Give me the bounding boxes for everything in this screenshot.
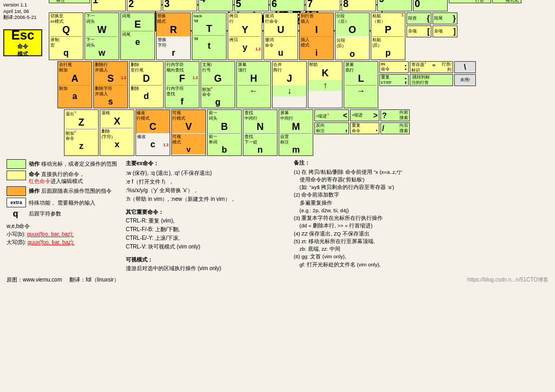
key-question[interactable]: ? 向前搜索 <box>380 109 410 121</box>
key-T-top: back'till <box>193 14 225 23</box>
key-U-main: U <box>265 24 296 36</box>
indent-label: >缩进 <box>352 113 363 118</box>
repeat-sym: . <box>376 124 378 133</box>
key-V-block: 可视行模式 V <box>172 110 205 133</box>
key-p-top: 粘贴(后) <box>372 37 404 48</box>
key-E[interactable]: 词尾 E 词尾 e <box>120 12 155 60</box>
key-F[interactable]: 行内字符顺向查找 F 行内字符查找 f 1.3 <box>165 61 199 109</box>
ex-item-3: :%s/x/y/g（'y' 全局替换 'x'）， <box>126 186 288 195</box>
key-C[interactable]: 修改行模式 C 修改 c 1.3 <box>135 109 170 156</box>
key-J[interactable]: 合并两行 J ↓ <box>272 61 307 109</box>
key-O[interactable]: 分段（后） O 分段(后) o <box>335 12 370 60</box>
colon-sup: ex <box>381 62 384 65</box>
key-K-main: K <box>309 68 341 79</box>
key-T[interactable]: back'till T 'till t <box>192 12 227 60</box>
question-label: 向前搜索 <box>399 110 408 121</box>
key-backslash-bot[interactable]: 未用! <box>454 74 476 86</box>
key-V[interactable]: 可视行模式 V 可视模式 v <box>171 109 206 156</box>
key-N[interactable]: 查找中间行 N 查找下一处 n <box>243 109 278 156</box>
key-brace-open[interactable]: 段首 { <box>406 12 431 24</box>
equals-symbol: = <box>495 0 500 2</box>
legend-q-box: q· <box>7 209 26 219</box>
key-H[interactable]: 屏幕顶行 H ← <box>236 61 271 109</box>
key-j-main: ↓ <box>273 86 306 96</box>
key-D[interactable]: 删除至行尾 D 删除 d <box>129 61 164 109</box>
key-k-block: ↑ <box>308 80 342 91</box>
wbe-big-b-example: quux(foo, bar, baz); <box>28 239 74 245</box>
key-9[interactable]: 句首 ( 9 <box>377 0 412 11</box>
key-v-block: 可视模式 v <box>172 134 205 154</box>
key-2[interactable]: 运行 宏 @ 2 <box>127 0 162 11</box>
equals-area: + 后一行行首 = 自动²格式化 <box>492 0 521 11</box>
key-7[interactable]: 重复 :s & 7 <box>306 0 340 11</box>
key-G[interactable]: 文尾/行号 G 附加6命令 g <box>201 61 235 109</box>
key-Z[interactable]: 退出4 Z 附加5命令 z <box>64 109 99 156</box>
key-backslash[interactable]: \ <box>454 61 476 73</box>
key-0[interactable]: 下一 句首 ) 0 <box>413 0 448 11</box>
key-doublequote[interactable]: 寄存器1标识 " 行首/列 <box>410 61 453 73</box>
key-angle-left[interactable]: <缩进3 < <box>314 109 349 121</box>
key-Y[interactable]: 拷贝行 Y 拷贝 y 1.3 <box>228 12 262 60</box>
key-K[interactable]: 帮助 K ↑ <box>308 61 343 109</box>
key-semicolon[interactable]: 重复t/T/f/F ; <box>379 74 409 86</box>
key-5-main: 5 <box>236 0 267 10</box>
legend-op: 操作 后面跟随表示操作范围的指令 <box>7 186 120 196</box>
legend-command-text: 命令 直接执行的命令，红色命令进入编辑模式 <box>29 171 85 185</box>
key-t-top: 'till <box>193 36 225 41</box>
key-slash[interactable]: / 向后搜索 <box>380 122 410 134</box>
key-4[interactable]: 行尾 $ 4 <box>198 0 233 11</box>
key-S[interactable]: 删除行并插入 S 删除字符并插入 s 1.3 <box>93 61 128 109</box>
key-t-main: t <box>193 41 225 51</box>
q-row: 切换至ex模式 Q 录制宏 q 下一词头 W 下一词头 w 词尾 E 词尾 e <box>49 12 552 60</box>
key-O-block: 分段（后） O <box>335 13 369 36</box>
key-brace-close[interactable]: 段尾 } <box>433 12 457 24</box>
key-0-main: 0 <box>415 0 446 10</box>
key-indent[interactable]: >缩进 > <box>350 109 379 121</box>
key-W[interactable]: 下一词头 W 下一词头 w <box>85 12 119 60</box>
wbe-section: w,e,b命令 小写(b): quux(foo, bar, baz); 大写(B… <box>7 222 120 246</box>
key-N-top: 查找中间行 <box>244 110 276 121</box>
key-bracket-open[interactable]: 杂项 [ <box>406 25 431 37</box>
key-L[interactable]: 屏幕底行 L → <box>344 61 378 109</box>
key-V-top: 可视行模式 <box>172 110 205 121</box>
key-colon[interactable]: ex命令 : ex <box>379 61 409 73</box>
key-singlequote[interactable]: ·跳转到标注的行首 <box>410 74 453 86</box>
equals-key[interactable]: = 自动²格式化 <box>492 0 521 3</box>
esc-key: Esc 命令 模式 <box>3 29 42 56</box>
key-g-main: g <box>202 97 234 107</box>
key-A[interactable]: 在行尾附加 A 附加 a <box>57 61 92 109</box>
key-U-top: 撤消行命令 <box>265 14 296 24</box>
ex-item-4: :h（帮助 in vim）, :new（新建文件 in vim）， <box>126 195 288 204</box>
key-3[interactable]: prev ident # 3 <box>163 0 197 11</box>
angle-right-label: 反向标注 <box>316 123 325 134</box>
key-O-main: O <box>336 24 369 36</box>
key-M[interactable]: 屏幕中间行 M 设置标注 m <box>279 109 313 156</box>
brace-close-sym: } <box>453 14 456 23</box>
key-angle-right[interactable]: 反向标注 , <box>314 122 349 134</box>
key-bracket-close[interactable]: 杂项 ] <box>433 25 457 37</box>
key-6[interactable]: "找" 行首 ^ 6 <box>270 0 305 11</box>
legend-action: 动作 移动光标，或者定义操作的范围 <box>7 159 120 169</box>
minus-key[interactable]: - 前一行行首 <box>449 0 491 3</box>
key-B[interactable]: 前一词头 B 前一单词 b <box>207 109 242 156</box>
backtick-key[interactable]: ` 跳转到标注 <box>49 0 90 3</box>
key-b-main: b <box>209 145 240 155</box>
key-X[interactable]: 退格 X 删除(字符) x <box>100 109 134 156</box>
backtick-symbol: ` <box>51 0 54 2</box>
key-repeat[interactable]: 重复命令 . <box>350 122 379 134</box>
key-Q[interactable]: 切换至ex模式 Q 录制宏 q <box>49 12 83 60</box>
key-1[interactable]: 外部 过滤器 ! 1 ² <box>91 0 126 11</box>
quote-top-label: 寄存器1标识 <box>411 61 426 73</box>
key-X-main: X <box>101 116 133 127</box>
angle-right-sym: , <box>345 124 347 133</box>
key-5[interactable]: 括号 匹配 % 5 <box>234 0 269 11</box>
ex-spacer <box>126 204 288 208</box>
key-U[interactable]: 撤消行命令 U 撤消命令 u <box>263 12 298 60</box>
key-R[interactable]: 替换模式 R 替换字符 r <box>156 12 191 60</box>
key-8[interactable]: next ident * 8 <box>341 0 376 11</box>
legend-command-box <box>7 171 26 180</box>
key-R-top: 替换模式 <box>157 14 190 24</box>
angle-left-sym: < <box>343 111 347 120</box>
key-P[interactable]: 粘贴（前） P 粘贴(后) p 1 <box>371 12 405 60</box>
key-I[interactable]: 到行首插入 I 插入模式 i <box>299 12 334 60</box>
